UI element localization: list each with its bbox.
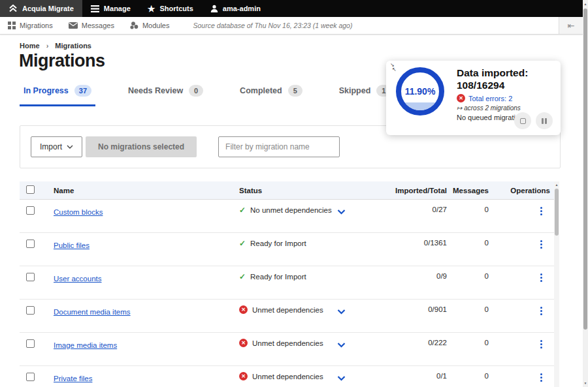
status-cell: ✓ ✕ Ready for Import (239, 272, 337, 281)
header-imported-total: Imported/Total (362, 187, 447, 194)
imported-total-value: 0/1 (362, 372, 447, 380)
tab-completed[interactable]: Completed 5 (236, 82, 306, 106)
status-text: Ready for Import (250, 273, 306, 281)
tray-collapse-button[interactable]: ⇤ (559, 17, 583, 34)
topbar-item-acquia-migrate[interactable]: Acquia Migrate (0, 0, 82, 17)
grid-icon (8, 22, 16, 29)
toolbar-item-modules[interactable]: Modules (122, 17, 178, 34)
tab-label: Needs Review (128, 86, 183, 95)
topbar-manage-label: Manage (104, 5, 131, 12)
status-cell: ✓ ✕ Unmet dependencies (239, 372, 337, 380)
import-button-label: Import (40, 142, 62, 151)
table-header-row: Name Status Imported/Total Messages Oper… (20, 181, 554, 200)
topbar-item-user[interactable]: ama-admin (202, 0, 269, 17)
breadcrumb-home-link[interactable]: Home (20, 42, 40, 50)
row-checkbox[interactable] (26, 240, 35, 248)
kebab-menu-icon[interactable] (538, 339, 545, 350)
total-errors-link[interactable]: Total errors: 2 (468, 95, 512, 102)
table-scrollbar[interactable]: ▲ (554, 181, 559, 387)
migration-link[interactable]: Public files (54, 241, 90, 249)
app-window: Acquia Migrate Manage ★ Shortcuts ama-ad… (0, 0, 588, 387)
row-checkbox[interactable] (26, 206, 35, 215)
toolbar-item-migrations[interactable]: Migrations (0, 17, 61, 34)
topbar-user-label: ama-admin (223, 5, 261, 12)
data-imported-fraction: 108/16294 (457, 79, 556, 91)
breadcrumb-separator-icon: › (46, 42, 49, 50)
toolbar-messages-label: Messages (82, 22, 114, 29)
messages-count: 0 (447, 239, 489, 247)
page-title: Migrations (19, 51, 105, 71)
topbar-shortcuts-label: Shortcuts (159, 5, 193, 12)
migration-link[interactable]: Document media items (54, 308, 131, 316)
import-dropdown-button[interactable]: Import (31, 136, 82, 157)
header-name: Name (54, 187, 239, 194)
tab-label: In Progress (24, 86, 69, 95)
table-row: User accounts ✓ ✕ Ready for Import 0/9 0 (20, 266, 554, 300)
status-cell: ✓ ✕ Unmet dependencies (239, 339, 337, 347)
topbar-item-shortcuts[interactable]: ★ Shortcuts (139, 0, 202, 17)
chevron-down-icon[interactable] (337, 305, 346, 317)
migration-link[interactable]: Private files (54, 375, 92, 382)
row-checkbox[interactable] (26, 373, 35, 381)
toolbar-item-messages[interactable]: Messages (61, 17, 122, 34)
kebab-menu-icon[interactable] (538, 305, 545, 317)
status-cell: ✓ ✕ Ready for Import (239, 239, 337, 248)
row-checkbox[interactable] (26, 306, 35, 315)
kebab-menu-icon[interactable] (538, 272, 545, 283)
migration-link[interactable]: Image media items (54, 341, 117, 349)
status-text: No unmet dependencies (250, 206, 332, 214)
hamburger-icon (91, 5, 99, 12)
table-body: Custom blocks ✓ ✕ No unmet dependencies … (20, 200, 554, 387)
kebab-menu-icon[interactable] (538, 372, 545, 383)
table-row: Private files ✓ ✕ Unmet dependencies 0/1… (20, 366, 554, 387)
table-scroll-up-icon[interactable]: ▲ (554, 181, 559, 188)
breadcrumb-current: Migrations (55, 42, 91, 50)
status-check-icon: ✓ (239, 239, 246, 248)
migration-link[interactable]: Custom blocks (54, 208, 103, 216)
stop-button[interactable] (514, 112, 531, 129)
row-checkbox[interactable] (26, 339, 35, 348)
topbar-item-manage[interactable]: Manage (82, 0, 139, 17)
table-row: Public files ✓ ✕ Ready for Import 0/1361… (20, 233, 554, 266)
row-checkbox[interactable] (26, 273, 35, 281)
tab-count-badge: 5 (288, 85, 302, 97)
collapse-card-icon[interactable]: ↘ ↖ (390, 63, 400, 74)
imported-total-value: 0/1361 (362, 239, 447, 247)
kebab-menu-icon[interactable] (538, 206, 545, 217)
migration-filter-input[interactable] (218, 136, 340, 157)
double-chevron-up-icon (8, 5, 18, 12)
kebab-menu-icon[interactable] (538, 239, 545, 250)
header-messages: Messages (447, 187, 489, 194)
tab-needs-review[interactable]: Needs Review 0 (124, 82, 207, 106)
table-row: Custom blocks ✓ ✕ No unmet dependencies … (20, 200, 554, 233)
toolbar-migrations-label: Migrations (20, 22, 53, 29)
pause-button[interactable] (536, 112, 553, 129)
chevron-down-icon[interactable] (337, 339, 346, 350)
migration-link[interactable]: User accounts (54, 275, 102, 283)
page-scroll-down-icon[interactable]: ▼ (583, 380, 588, 386)
tab-count-badge: 37 (74, 85, 91, 97)
select-all-checkbox[interactable] (26, 185, 35, 194)
status-cell: ✓ ✕ No unmet dependencies (239, 206, 337, 215)
chevron-down-icon[interactable] (337, 372, 346, 384)
table-row: Image media items ✓ ✕ Unmet dependencies… (20, 333, 554, 366)
page-scroll-up-icon[interactable]: ▲ (583, 1, 588, 7)
table-scrollbar-thumb[interactable] (555, 189, 559, 236)
page-scrollbar-thumb[interactable] (583, 8, 587, 330)
imported-total-value: 0/9 (362, 272, 447, 280)
chevron-down-icon (67, 145, 73, 149)
pause-icon (542, 118, 547, 124)
tab-in-progress[interactable]: In Progress 37 (20, 82, 95, 106)
status-text: Unmet dependencies (252, 339, 323, 347)
modules-icon (130, 22, 139, 29)
page-scrollbar[interactable]: ▲ ▼ (583, 0, 588, 387)
tab-count-badge: 0 (189, 85, 203, 97)
status-error-icon: ✕ (239, 372, 248, 380)
no-migrations-selected-button: No migrations selected (86, 136, 197, 157)
across-arrow-icon: ↦ (457, 104, 462, 112)
tab-label: Skipped (339, 86, 371, 95)
user-icon (210, 5, 218, 12)
progress-ring: 11.90% (396, 67, 444, 116)
chevron-down-icon[interactable] (337, 206, 346, 217)
star-icon: ★ (148, 5, 155, 13)
